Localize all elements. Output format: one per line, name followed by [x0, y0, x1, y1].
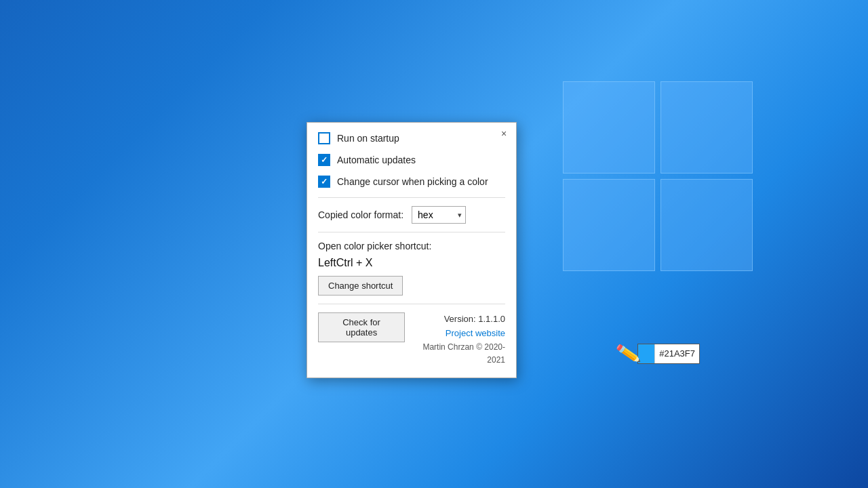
- windows-logo: [563, 81, 753, 278]
- cursor-icon: ✏️: [615, 340, 642, 367]
- copyright-label: Martin Chrzan © 2020-2021: [412, 341, 505, 367]
- change-shortcut-button[interactable]: Change shortcut: [318, 276, 403, 296]
- check-updates-button[interactable]: Check for updates: [318, 312, 405, 342]
- automatic-updates-checkbox[interactable]: [318, 154, 330, 166]
- format-label: Copied color format:: [318, 209, 403, 220]
- divider-2: [318, 232, 505, 232]
- settings-dialog: × Run on startup Automatic updates Chang…: [307, 122, 517, 378]
- change-cursor-row: Change cursor when picking a color: [318, 176, 505, 188]
- color-picker-tooltip: ✏️ #21A3F7: [616, 342, 700, 365]
- divider-3: [318, 304, 505, 304]
- win-pane-tr: [660, 81, 753, 174]
- format-select[interactable]: hex rgb hsl: [412, 206, 466, 224]
- bottom-section: Check for updates Version: 1.1.1.0 Proje…: [318, 312, 505, 367]
- version-label: Version: 1.1.1.0: [412, 312, 505, 327]
- divider-1: [318, 197, 505, 198]
- color-hex-label: #21A3F7: [654, 344, 699, 363]
- run-on-startup-row: Run on startup: [318, 132, 505, 144]
- close-button[interactable]: ×: [497, 127, 511, 140]
- run-on-startup-checkbox[interactable]: [318, 132, 330, 144]
- automatic-updates-row: Automatic updates: [318, 154, 505, 166]
- shortcut-section: Open color picker shortcut: LeftCtrl + X…: [318, 241, 505, 296]
- project-website-link[interactable]: Project website: [446, 328, 505, 338]
- shortcut-value: LeftCtrl + X: [318, 257, 505, 269]
- format-row: Copied color format: hex rgb hsl ▾: [318, 206, 505, 224]
- win-pane-tl: [563, 81, 655, 174]
- change-cursor-label: Change cursor when picking a color: [337, 176, 488, 187]
- win-pane-bl: [563, 179, 655, 271]
- shortcut-title: Open color picker shortcut:: [318, 241, 505, 251]
- dialog-body: Run on startup Automatic updates Change …: [307, 123, 516, 378]
- win-pane-br: [660, 179, 753, 271]
- format-select-wrapper: hex rgb hsl ▾: [412, 206, 466, 224]
- automatic-updates-label: Automatic updates: [337, 155, 416, 165]
- change-cursor-checkbox[interactable]: [318, 176, 330, 188]
- version-info: Version: 1.1.1.0 Project website Martin …: [412, 312, 505, 367]
- run-on-startup-label: Run on startup: [337, 133, 399, 144]
- color-swatch-box: #21A3F7: [637, 344, 700, 364]
